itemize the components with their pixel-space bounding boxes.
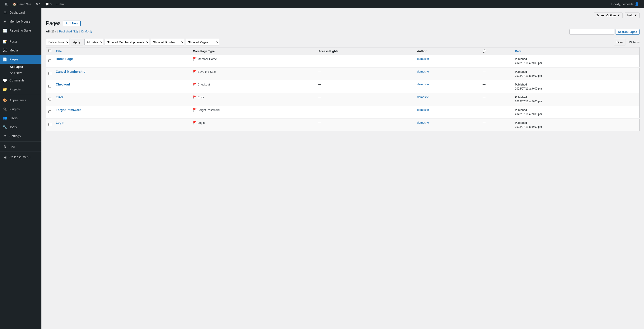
comments-menu-icon: 💬 xyxy=(3,78,7,83)
page-title-link[interactable]: Error xyxy=(56,95,63,99)
title-column-header[interactable]: Title xyxy=(54,47,190,55)
row-author-cell: demosite xyxy=(415,68,480,80)
flag-icon: 🚩 xyxy=(193,121,196,124)
help-button[interactable]: Help ▼ xyxy=(625,12,640,18)
filter-button[interactable]: Filter xyxy=(614,39,626,45)
title-sort-link[interactable]: Title xyxy=(56,49,62,53)
tab-all-count: 13 xyxy=(52,30,55,33)
toolbar-row: Bulk actions Apply All dates Show all Me… xyxy=(46,39,640,45)
bundles-select[interactable]: Show all Bundles xyxy=(151,39,184,45)
adminbar-updates[interactable]: ↻ 1 xyxy=(33,0,43,8)
sidebar-item-appearance[interactable]: 🎨 Appearance xyxy=(0,96,42,105)
updates-icon: ↻ xyxy=(36,2,38,6)
user-avatar-icon: 👤 xyxy=(634,2,639,6)
row-comments-cell: — xyxy=(480,106,513,119)
help-arrow-icon: ▼ xyxy=(634,14,637,17)
search-pages-button[interactable]: Search Pages xyxy=(616,29,640,35)
sidebar-item-comments[interactable]: 💬 Comments xyxy=(0,76,42,85)
wp-logo-icon: ⊞ xyxy=(5,1,8,6)
row-core-page-type-cell: 🚩Login xyxy=(190,119,316,131)
sidebar-item-dashboard[interactable]: ⊞ Dashboard xyxy=(0,8,42,17)
collapse-menu-button[interactable]: ◀ Collapse menu xyxy=(0,153,42,162)
search-input[interactable] xyxy=(570,29,614,35)
sidebar-item-plugins[interactable]: 🔌 Plugins xyxy=(0,105,42,114)
author-link[interactable]: demosite xyxy=(417,83,429,86)
settings-icon: ⚙ xyxy=(3,134,7,138)
row-checkbox[interactable] xyxy=(48,110,51,113)
submenu-all-pages[interactable]: All Pages xyxy=(0,64,42,70)
page-title-link[interactable]: Home Page xyxy=(56,57,73,61)
sidebar-item-projects[interactable]: 📁 Projects xyxy=(0,85,42,94)
author-link[interactable]: demosite xyxy=(417,95,429,99)
adminbar-site-name[interactable]: 🏠 Demo Site xyxy=(10,0,33,8)
tab-published[interactable]: Published (12) xyxy=(59,30,78,33)
pages-submenu: All Pages Add New xyxy=(0,64,42,76)
table-row: Error 🚩Error — demosite — Published2023/… xyxy=(46,93,640,106)
submenu-add-new[interactable]: Add New xyxy=(0,70,42,76)
select-all-checkbox[interactable] xyxy=(48,49,51,52)
row-date-cell: Published2023/07/11 at 9:00 pm xyxy=(513,68,640,80)
membership-level-select[interactable]: Show all Membership Levels xyxy=(104,39,149,45)
flag-icon: 🚩 xyxy=(193,70,196,73)
adminbar-wp-logo[interactable]: ⊞ xyxy=(3,0,10,8)
row-checkbox[interactable] xyxy=(48,123,51,126)
sidebar-item-settings[interactable]: ⚙ Settings xyxy=(0,132,42,141)
sidebar-item-pages[interactable]: 📄 Pages xyxy=(0,55,42,64)
author-link[interactable]: demosite xyxy=(417,57,429,60)
sidebar-item-reporting-suite[interactable]: 📊 Reporting Suite xyxy=(0,26,42,35)
items-count: 13 items xyxy=(628,40,640,44)
sidebar-item-membermouse[interactable]: M MemberMouse xyxy=(0,17,42,26)
page-title-link[interactable]: Cancel Membership xyxy=(56,70,85,73)
author-link[interactable]: demosite xyxy=(417,70,429,73)
page-title-link[interactable]: Checkout xyxy=(56,83,70,86)
row-checkbox[interactable] xyxy=(48,72,51,75)
sidebar-item-divi[interactable]: D Divi xyxy=(0,143,42,152)
adminbar-user-greeting[interactable]: Howdy, demosite 👤 xyxy=(609,0,641,8)
page-title-link[interactable]: Login xyxy=(56,121,64,124)
search-bar: Search Pages xyxy=(570,29,640,35)
row-access-rights-cell: — xyxy=(316,55,415,68)
row-title-cell: Error xyxy=(54,93,190,106)
row-author-cell: demosite xyxy=(415,80,480,93)
pages-icon: 📄 xyxy=(3,57,7,61)
row-checkbox-cell xyxy=(46,119,54,131)
flag-icon: 🚩 xyxy=(193,95,196,99)
new-label: + New xyxy=(56,2,64,6)
tab-all[interactable]: All (13) xyxy=(46,30,56,33)
tab-published-count: 12 xyxy=(74,30,77,33)
author-link[interactable]: demosite xyxy=(417,121,429,124)
row-title-cell: Login xyxy=(54,119,190,131)
screen-options-button[interactable]: Screen Options ▼ xyxy=(594,12,622,18)
row-checkbox[interactable] xyxy=(48,85,51,88)
comments-count: 0 xyxy=(50,2,52,6)
row-checkbox[interactable] xyxy=(48,59,51,62)
row-date-cell: Published2023/07/11 at 9:00 pm xyxy=(513,106,640,119)
sidebar-item-posts[interactable]: 📝 Posts xyxy=(0,37,42,46)
add-new-button[interactable]: Add New xyxy=(63,20,80,26)
page-title-link[interactable]: Forgot Password xyxy=(56,108,81,112)
media-icon: 🖼 xyxy=(3,48,7,52)
apply-button[interactable]: Apply xyxy=(71,39,83,45)
sidebar-item-tools[interactable]: 🔧 Tools xyxy=(0,123,42,132)
all-dates-select[interactable]: All dates xyxy=(84,39,103,45)
sidebar: ⊞ Dashboard M MemberMouse 📊 Reporting Su… xyxy=(0,8,42,329)
date-sort-link[interactable]: Date xyxy=(515,49,521,53)
sidebar-item-media[interactable]: 🖼 Media xyxy=(0,46,42,55)
adminbar-comments[interactable]: 💬 0 xyxy=(43,0,54,8)
table-row: Cancel Membership 🚩Save the Sale — demos… xyxy=(46,68,640,80)
sidebar-item-label: Projects xyxy=(10,87,21,91)
tab-draft[interactable]: Draft (1) xyxy=(81,30,92,33)
bulk-actions-select[interactable]: Bulk actions xyxy=(46,39,70,45)
row-date-cell: Published2023/07/11 at 9:00 pm xyxy=(513,119,640,131)
row-checkbox[interactable] xyxy=(48,98,51,100)
pages-filter-select[interactable]: Show all Pages xyxy=(186,39,219,45)
date-column-header[interactable]: Date xyxy=(513,47,640,55)
sidebar-item-users[interactable]: 👥 Users xyxy=(0,114,42,123)
sidebar-item-label: Tools xyxy=(10,125,17,129)
comments-column-header: 💬 xyxy=(480,47,513,55)
users-icon: 👥 xyxy=(3,116,7,120)
adminbar-new[interactable]: + New xyxy=(54,0,66,8)
flag-icon: 🚩 xyxy=(193,83,196,86)
row-author-cell: demosite xyxy=(415,106,480,119)
author-link[interactable]: demosite xyxy=(417,108,429,111)
